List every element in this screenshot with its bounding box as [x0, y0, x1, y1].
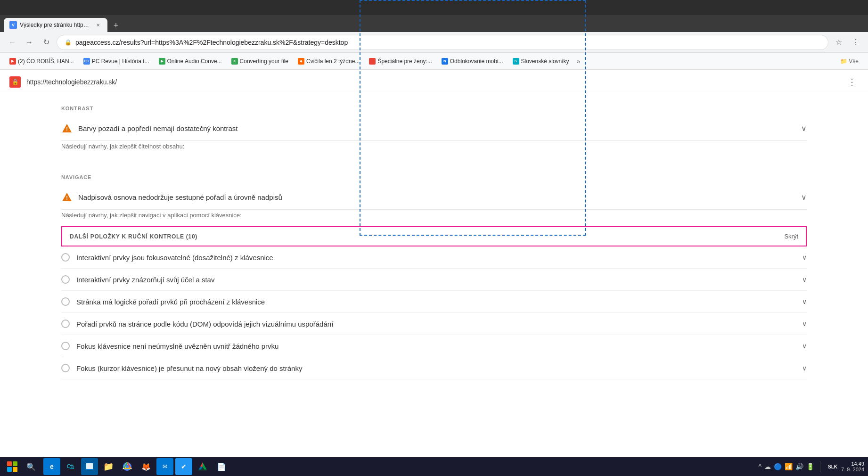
checklist-container: Interaktivní prvky jsou fokusovatelné (d… [61, 246, 807, 379]
taskbar: 🔍 e 🛍 📁 🦊 ✉ ✔ [0, 457, 868, 476]
bookmark-favicon-2: PC [83, 58, 90, 65]
sub-text-kontrast1: Následují návrhy, jak zlepšit čitelnost … [61, 143, 807, 150]
taskbar-files[interactable]: 📁 [100, 458, 117, 475]
new-tab-button[interactable]: + [109, 19, 123, 32]
start-button[interactable] [4, 458, 21, 475]
bookmark-favicon-7: N [442, 58, 448, 65]
bookmark-favicon-5: ● [298, 58, 304, 65]
chevron-kontrast1: ∨ [801, 124, 807, 133]
tab-favicon: V [9, 21, 17, 29]
more-bookmarks-button[interactable]: » [575, 56, 582, 67]
section-label-kontrast: KONTRAST [61, 106, 807, 111]
forward-button[interactable]: → [23, 36, 36, 49]
active-tab[interactable]: V Výsledky pre stránku https://te... ✕ [4, 18, 107, 32]
warning-icon-kontrast1: ! [61, 123, 73, 134]
checklist-chevron-5: ∨ [802, 342, 807, 350]
tab-close-button[interactable]: ✕ [94, 21, 102, 29]
checklist-item-3[interactable]: Stránka má logické pořadí prvků při proc… [61, 291, 807, 313]
checklist-chevron-4: ∨ [802, 320, 807, 328]
taskbar-mail[interactable]: ✉ [156, 458, 173, 475]
header-menu-button[interactable]: ⋮ [845, 74, 859, 90]
reload-button[interactable]: ↻ [40, 36, 53, 49]
taskbar-chrome[interactable] [119, 458, 136, 475]
all-bookmarks-button[interactable]: 📁 Vše [836, 56, 862, 66]
taskbar-snip[interactable] [81, 458, 98, 475]
bookmark-label-6: Špeciálne pre ženy:... [377, 58, 432, 65]
checklist-item-6[interactable]: Fokus (kurzor klávesnice) je přesunut na… [61, 357, 807, 379]
tray-bluetooth[interactable]: 🔵 [774, 463, 782, 470]
checklist-item-4[interactable]: Pořadí prvků na stránce podle kódu (DOM)… [61, 313, 807, 335]
bookmark-favicon-1: ▶ [9, 58, 16, 65]
section-label-navigace: NAVIGACE [61, 174, 807, 180]
issue-row-kontrast1[interactable]: ! Barvy pozadí a popředí nemají dostateč… [61, 116, 807, 141]
taskbar-store[interactable]: 🛍 [62, 458, 79, 475]
tray-chevron[interactable]: ^ [758, 463, 762, 470]
tray-battery[interactable]: 🔋 [806, 463, 814, 470]
url-text: pageaccess.cz/results?url=https%3A%2F%2F… [75, 39, 820, 46]
bookmark-favicon-4: X [231, 58, 238, 65]
bookmark-4[interactable]: X Converting your file [228, 56, 292, 66]
bookmark-favicon-8: S [513, 58, 519, 65]
bookmark-5[interactable]: ● Cvičila len 2 týždne... [294, 56, 363, 66]
bookmark-7[interactable]: N Odblokovanie mobi... [438, 56, 507, 66]
svg-point-10 [126, 465, 129, 468]
svg-rect-5 [86, 463, 93, 469]
bookmark-2[interactable]: PC PC Revue | História t... [80, 56, 153, 66]
checklist-text-6: Fokus (kurzor klávesnice) je přesunut na… [76, 364, 802, 372]
bookmark-label-1: (2) ČO ROBÍŠ, HAN... [18, 58, 74, 65]
checklist-text-1: Interaktivní prvky jsou fokusovatelné (d… [76, 254, 802, 262]
taskbar-apps: e 🛍 📁 🦊 ✉ ✔ [43, 458, 230, 475]
issue-row-navigace1[interactable]: ! Nadpisová osnova nedodržuje sestupné p… [61, 185, 807, 210]
checklist-circle-1 [61, 253, 70, 262]
checklist-item-5[interactable]: Fokus klávesnice není neúmyslně uvězněn … [61, 335, 807, 357]
checklist-text-2: Interaktivní prvky znázorňují svůj účel … [76, 276, 802, 284]
extensions-button[interactable]: ⋮ [849, 36, 862, 49]
bookmark-1[interactable]: ▶ (2) ČO ROBÍŠ, HAN... [6, 56, 78, 66]
win-logo-red [7, 461, 12, 466]
bookmark-6[interactable]: Špeciálne pre ženy:... [365, 56, 435, 66]
svg-text:!: ! [66, 195, 68, 201]
bookmark-label-5: Cvičila len 2 týždne... [306, 58, 360, 65]
bookmark-button[interactable]: ☆ [832, 36, 845, 49]
svg-rect-6 [86, 469, 93, 470]
taskbar-notepad[interactable]: 📄 [213, 458, 230, 475]
site-favicon: 🔒 [9, 76, 21, 88]
sub-text-navigace1: Následují návrhy, jak zlepšit navigaci v… [61, 212, 807, 219]
checklist-circle-5 [61, 342, 70, 350]
taskbar-googledrive[interactable] [194, 458, 211, 475]
win-logo-yellow [13, 467, 17, 472]
tab-title: Výsledky pre stránku https://te... [20, 22, 91, 28]
bookmark-label-7: Odblokovanie mobi... [450, 58, 503, 65]
taskbar-search-button[interactable]: 🔍 [23, 458, 40, 475]
bookmark-label-2: PC Revue | História t... [92, 58, 149, 65]
tray-volume[interactable]: 🔊 [795, 463, 803, 470]
windows-logo [7, 461, 17, 472]
language-indicator[interactable]: SLK [828, 464, 837, 469]
tray-cloud[interactable]: ☁ [764, 463, 771, 470]
clock-time: 14:49 [851, 461, 864, 467]
clock-area[interactable]: 14:49 7. 9. 2024 [841, 461, 864, 472]
taskbar-edge[interactable]: e [43, 458, 60, 475]
back-button[interactable]: ← [6, 36, 19, 49]
checklist-circle-2 [61, 275, 70, 284]
win-logo-blue [7, 467, 12, 472]
checklist-item-1[interactable]: Interaktivní prvky jsou fokusovatelné (d… [61, 246, 807, 269]
checklist-text-4: Pořadí prvků na stránce podle kódu (DOM)… [76, 320, 802, 328]
checklist-item-2[interactable]: Interaktivní prvky znázorňují svůj účel … [61, 269, 807, 291]
bookmarks-bar: ▶ (2) ČO ROBÍŠ, HAN... PC PC Revue | His… [0, 53, 868, 70]
site-header-bar: 🔒 https://technologiebezzraku.sk/ ⋮ [0, 70, 868, 94]
url-bar[interactable]: 🔒 pageaccess.cz/results?url=https%3A%2F%… [57, 35, 828, 50]
checklist-circle-3 [61, 297, 70, 306]
taskbar-right: ^ ☁ 🔵 📶 🔊 🔋 SLK 14:49 7. 9. 2024 [758, 461, 864, 472]
taskbar-firefox[interactable]: 🦊 [138, 458, 155, 475]
issue-text-navigace1: Nadpisová osnova nedodržuje sestupné poř… [78, 193, 797, 201]
tray-wifi[interactable]: 📶 [785, 463, 793, 470]
warning-icon-navigace1: ! [61, 191, 73, 203]
bookmark-3[interactable]: ▶ Online Audio Conve... [155, 56, 226, 66]
language-text: SLK [828, 464, 837, 469]
dalsi-polozky-section[interactable]: DALŠÍ POLOŽKY K RUČNÍ KONTROLE (10) Skrý… [61, 226, 807, 246]
dalsi-toggle-button[interactable]: Skrýt [784, 233, 798, 240]
bookmark-8[interactable]: S Slovenské slovníky [509, 56, 573, 66]
taskbar-todo[interactable]: ✔ [175, 458, 192, 475]
extensions-area: ⋮ [849, 36, 862, 49]
